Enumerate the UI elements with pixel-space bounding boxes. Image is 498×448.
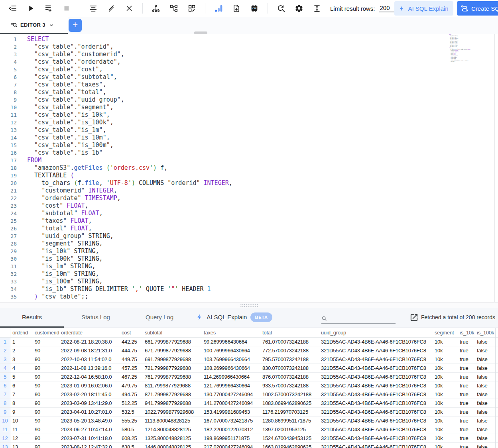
table-cell[interactable]: 10k xyxy=(433,425,458,434)
code-line[interactable]: "is_10k" STRING, xyxy=(27,248,498,255)
collapse-query-icon[interactable] xyxy=(8,4,18,13)
table-cell[interactable]: 1 xyxy=(10,338,33,346)
table-cell[interactable]: 5 xyxy=(10,373,33,381)
ai-sql-explain-button[interactable]: AI SQL Explain xyxy=(394,1,453,16)
table-cell[interactable]: 10k xyxy=(433,434,458,442)
table-cell[interactable]: 10k xyxy=(433,364,458,372)
code-line[interactable]: "csv_table"."is_1b" xyxy=(27,149,498,157)
table-cell[interactable]: true xyxy=(458,346,475,355)
table-cell[interactable]: 90 xyxy=(33,434,59,442)
column-header-customerid[interactable]: customerid xyxy=(33,328,59,337)
table-cell[interactable]: true xyxy=(458,355,475,364)
table-cell[interactable]: 2023-03-09 13:41:29.0 xyxy=(59,399,120,407)
table-cell[interactable]: 512.25 xyxy=(120,399,143,407)
table-cell[interactable]: 1446.800048828125 xyxy=(143,443,202,448)
table-cell[interactable]: 100.7699966430664 xyxy=(202,346,260,355)
table-cell[interactable]: true xyxy=(458,417,475,425)
panel-splitter[interactable] xyxy=(0,302,498,308)
table-cell[interactable]: 13 xyxy=(10,443,33,448)
table-cell[interactable]: 933.5700073242188 xyxy=(260,381,319,390)
tab-query-log[interactable]: Query Log xyxy=(128,308,191,326)
table-cell[interactable]: 876.0700073242188 xyxy=(260,373,319,381)
table-row[interactable]: 33902022-10-03 11:54:02.0449.75691.79998… xyxy=(0,355,498,364)
table-cell[interactable]: 608.25 xyxy=(120,434,143,442)
code-line[interactable]: FROM xyxy=(27,157,498,164)
table-cell[interactable]: 721.7999877929688 xyxy=(143,364,202,372)
table-cell[interactable]: 217.02000427246094 xyxy=(202,443,260,448)
table-cell[interactable]: 830.0700073242188 xyxy=(260,364,319,372)
table-cell[interactable]: false xyxy=(475,399,495,407)
table-cell[interactable]: 467.25 xyxy=(120,373,143,381)
table-cell[interactable]: 532.5 xyxy=(120,408,143,416)
code-line[interactable]: "csv_table"."is_100m", xyxy=(27,141,498,149)
code-line[interactable]: TEXTTABLE ( xyxy=(27,172,498,179)
tab-status-log[interactable]: Status Log xyxy=(64,308,128,326)
table-cell[interactable]: 2023-01-09 16:02:06.0 xyxy=(59,381,120,390)
table-cell[interactable]: 795.5700073242188 xyxy=(260,355,319,364)
table-cell[interactable]: 580.5 xyxy=(120,425,143,434)
table-cell[interactable]: 941.7999877929688 xyxy=(143,399,202,407)
code-line[interactable]: "csv_table"."customerid", xyxy=(27,51,498,58)
search-again-icon[interactable] xyxy=(276,4,286,13)
table-row[interactable]: 77902023-02-20 18:11:45.0494.75871.79998… xyxy=(0,390,498,399)
comment-icon[interactable] xyxy=(106,4,116,13)
clear-query-icon[interactable] xyxy=(124,4,134,13)
code-line[interactable]: "csv_table"."is_1m", xyxy=(27,126,498,134)
table-cell[interactable]: 1524.6700439453125 xyxy=(260,434,319,442)
table-cell[interactable]: 121.7699966430664 xyxy=(202,381,260,390)
table-cell[interactable]: 10k xyxy=(433,373,458,381)
table-cell[interactable]: 2023-04-01 10:27:01.0 xyxy=(59,408,120,416)
table-cell[interactable]: false xyxy=(475,338,495,346)
table-cell[interactable]: 90 xyxy=(33,417,59,425)
column-header-cost[interactable]: cost xyxy=(120,328,143,337)
table-row[interactable]: 22902022-09-08 18:21:31.0444.75671.79998… xyxy=(0,346,498,355)
table-cell[interactable]: 108.2699966430664 xyxy=(202,364,260,372)
column-header-is_10k[interactable]: is_10k xyxy=(458,328,475,337)
code-line[interactable]: "orderdate" TIMESTAMP, xyxy=(27,195,498,202)
table-row[interactable]: 1212902023-07-31 10:41:18.0608.251325.80… xyxy=(0,434,498,443)
column-header-taxes[interactable]: taxes xyxy=(202,328,260,337)
table-cell[interactable]: 1176.219970703125 xyxy=(260,408,319,416)
row-number[interactable]: 12 xyxy=(0,434,10,442)
table-cell[interactable]: true xyxy=(458,425,475,434)
table-row[interactable]: 55902022-12-04 16:58:10.0467.25761.79998… xyxy=(0,373,498,381)
row-number[interactable]: 3 xyxy=(0,355,10,364)
table-cell[interactable]: 10k xyxy=(433,443,458,448)
table-row[interactable]: 11902022-08-21 18:20:38.0442.25661.79998… xyxy=(0,338,498,346)
table-cell[interactable]: 99.2699966430664 xyxy=(202,338,260,346)
table-row[interactable]: 99902023-04-01 10:27:01.0532.51022.79998… xyxy=(0,408,498,417)
table-cell[interactable]: true xyxy=(458,338,475,346)
table-cell[interactable]: 7 xyxy=(10,390,33,399)
table-cell[interactable]: 871.7999877929688 xyxy=(143,390,202,399)
table-cell[interactable]: 90 xyxy=(33,346,59,355)
column-header-orderdate[interactable]: orderdate xyxy=(59,328,120,337)
column-header-subtotal[interactable]: subtotal xyxy=(143,328,202,337)
table-row[interactable]: 88902023-03-09 13:41:29.0512.25941.79998… xyxy=(0,399,498,408)
code-line[interactable]: ) "csv_table";; xyxy=(27,293,498,301)
results-search[interactable] xyxy=(321,314,396,324)
code-line[interactable]: "uuid_group" STRING, xyxy=(27,232,498,240)
row-number[interactable]: 4 xyxy=(0,364,10,372)
table-cell[interactable]: 1083.0699462890625 xyxy=(260,399,319,407)
table-cell[interactable]: true xyxy=(458,364,475,372)
table-cell[interactable]: false xyxy=(475,443,495,448)
table-cell[interactable]: 2023-02-20 18:11:45.0 xyxy=(59,390,120,399)
table-cell[interactable]: 4 xyxy=(10,364,33,372)
code-line[interactable]: "csv_table"."is_100k", xyxy=(27,119,498,126)
column-header-orderid[interactable]: orderid xyxy=(10,328,33,337)
table-cell[interactable]: 811.7999877929688 xyxy=(143,381,202,390)
table-cell[interactable]: 321D55AC-AD43-4B6E-AA46-6F1CB1076FC8 xyxy=(319,390,433,399)
table-cell[interactable]: 321D55AC-AD43-4B6E-AA46-6F1CB1076FC8 xyxy=(319,381,433,390)
table-cell[interactable]: false xyxy=(475,425,495,434)
table-cell[interactable]: 90 xyxy=(33,408,59,416)
code-line[interactable]: "cost" FLOAT, xyxy=(27,202,498,210)
row-number[interactable]: 8 xyxy=(0,399,10,407)
open-in-new-icon[interactable] xyxy=(409,312,420,322)
sql-editor[interactable]: 1234567891011121314151617181920212223242… xyxy=(0,34,498,302)
table-cell[interactable]: 2023-05-20 13:48:49.0 xyxy=(59,417,120,425)
code-line[interactable]: "csv_table"."segment", xyxy=(27,104,498,111)
table-cell[interactable]: 10k xyxy=(433,338,458,346)
table-cell[interactable]: 761.7999877929688 xyxy=(143,373,202,381)
run-query-icon[interactable] xyxy=(26,4,35,13)
table-cell[interactable]: 2023-08-12 12:47:32.0 xyxy=(59,443,120,448)
